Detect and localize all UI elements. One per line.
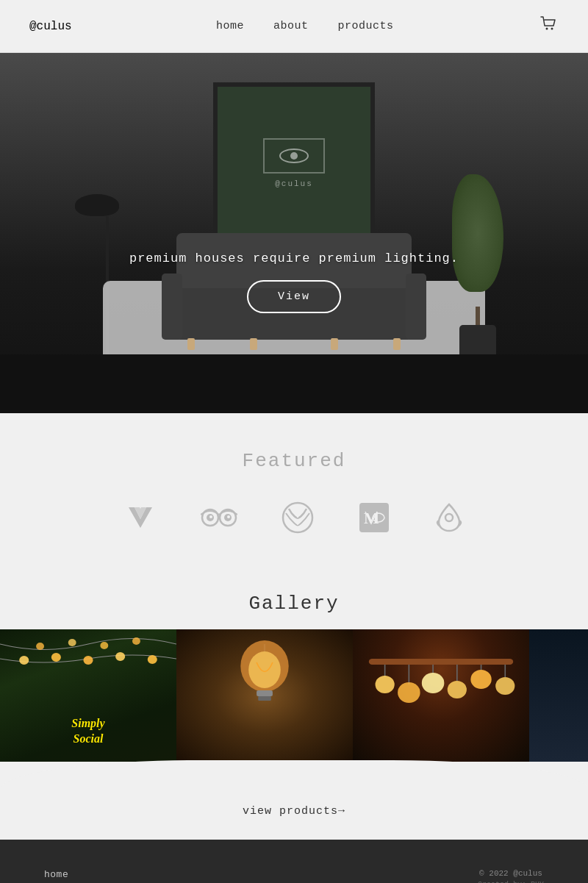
sofa-leg-4: [393, 338, 401, 350]
nav-home[interactable]: home: [216, 20, 244, 32]
hero-section: @culus premium houses require premium li…: [0, 53, 588, 413]
gallery-image-4[interactable]: [529, 629, 588, 762]
svg-point-16: [148, 655, 157, 664]
hero-cta-button[interactable]: View: [247, 280, 341, 313]
featured-logos: M: [29, 501, 559, 534]
svg-point-37: [495, 677, 514, 695]
airbnb-logo: [434, 501, 464, 534]
gallery-curve: [0, 760, 588, 790]
svg-rect-24: [258, 696, 270, 701]
footer-links: home about products: [44, 869, 93, 883]
svg-point-6: [209, 515, 212, 518]
svg-point-17: [36, 643, 44, 650]
svg-point-18: [68, 639, 76, 646]
footer-copyright: © 2022 @culus: [478, 869, 544, 878]
cart-icon[interactable]: [538, 13, 559, 39]
hero-content: premium houses require premium lighting.…: [0, 251, 588, 313]
painting-brand: @culus: [275, 179, 313, 188]
footer-right: © 2022 @culus Created by: RHY: [478, 869, 544, 883]
gallery-image-1[interactable]: SimplySocial: [0, 629, 176, 762]
svg-point-19: [100, 642, 108, 649]
svg-point-13: [51, 653, 61, 662]
nav-links: home about products: [216, 20, 394, 32]
featured-title: Featured: [29, 450, 559, 472]
gallery-strip: SimplySocial: [0, 629, 588, 762]
sofa-leg-3: [331, 338, 338, 350]
svg-rect-25: [369, 659, 513, 665]
navbar: @culus home about products: [0, 0, 588, 53]
featured-section: Featured: [0, 413, 588, 578]
simply-social-text: SimplySocial: [7, 716, 169, 747]
gallery-image-3[interactable]: [353, 629, 529, 762]
nav-logo[interactable]: @culus: [29, 20, 72, 33]
nav-about[interactable]: about: [273, 20, 309, 32]
tripadvisor-logo: [201, 504, 237, 531]
svg-point-31: [422, 673, 445, 693]
vultr-logo: [124, 501, 157, 534]
sofa-leg-1: [187, 338, 195, 350]
svg-point-0: [546, 28, 548, 30]
footer-home-link[interactable]: home: [44, 869, 93, 880]
svg-point-12: [19, 656, 29, 665]
svg-point-27: [376, 676, 395, 693]
hero-tagline: premium houses require premium lighting.: [0, 251, 588, 265]
nav-products[interactable]: products: [338, 20, 394, 32]
svg-point-20: [132, 637, 140, 645]
medium-logo: M: [358, 501, 390, 534]
hero-painting: @culus: [213, 82, 375, 244]
view-products-link[interactable]: view products→: [243, 805, 345, 818]
footer: home about products © 2022 @culus Create…: [0, 840, 588, 883]
painting-eye: [279, 149, 309, 163]
svg-point-1: [551, 28, 553, 30]
svg-point-15: [115, 652, 125, 661]
svg-point-11: [445, 514, 453, 521]
sofa-leg-2: [250, 338, 257, 350]
svg-rect-23: [257, 690, 273, 696]
gallery-image-2[interactable]: [176, 629, 353, 762]
painting-frame: [263, 138, 325, 174]
xbox-logo: [282, 501, 314, 534]
lamp-head: [75, 194, 119, 216]
svg-point-14: [83, 656, 93, 665]
view-products-wrap: view products→: [0, 790, 588, 840]
svg-point-35: [470, 670, 491, 689]
svg-point-22: [248, 651, 281, 688]
hero-floor: [0, 354, 588, 413]
gallery-overlay-1: SimplySocial: [7, 716, 169, 747]
svg-point-33: [448, 681, 467, 698]
gallery-section: Gallery SimplySocial: [0, 578, 588, 840]
svg-text:M: M: [364, 509, 379, 527]
gallery-title: Gallery: [0, 593, 588, 615]
svg-point-29: [398, 682, 420, 703]
svg-point-7: [227, 515, 230, 518]
